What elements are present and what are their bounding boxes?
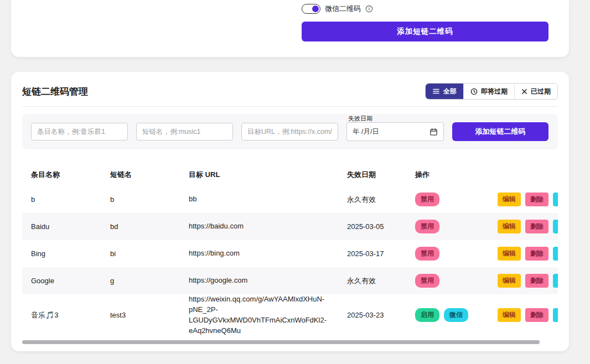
delete-button[interactable]: 删除 [525, 247, 548, 261]
toggle-status-button[interactable]: 禁用 [415, 193, 439, 206]
delete-button[interactable]: 删除 [525, 220, 548, 233]
add-shortlink-qr-button[interactable]: 添加短链二维码 [302, 22, 548, 41]
expiry-date-input[interactable]: 失效日期 年 /月/日 [346, 122, 444, 141]
wechat-toggle-row: 微信二维码 [302, 3, 548, 14]
table-row: bbbb永久有效禁用编辑删除二维码 [22, 186, 558, 213]
entry-name-cell: Google [22, 277, 101, 285]
wechat-qr-toggle-label: 微信二维码 [325, 4, 361, 14]
delete-button[interactable]: 删除 [525, 308, 548, 322]
manager-header: 短链二维码管理 全部即将过期已过期 [22, 72, 558, 106]
status-cell: 禁用 [406, 193, 489, 206]
expiry-date-cell: 2025-03-23 [338, 311, 406, 319]
scrollbar-track [22, 340, 558, 345]
filter-bar: 失效日期 年 /月/日 添加短链二维码 [22, 114, 558, 149]
qrcode-button[interactable]: 二维码 [553, 193, 558, 206]
status-cell: 禁用 [406, 247, 489, 261]
qrcode-button[interactable]: 二维码 [553, 274, 558, 288]
entry-name-cell: Baidu [22, 222, 101, 231]
target-url-cell: https://baidu.com [180, 221, 338, 232]
clock-icon [470, 88, 478, 95]
entry-name-input[interactable] [31, 123, 128, 141]
delete-button[interactable]: 删除 [525, 193, 548, 206]
entry-name-cell: 音乐🎵3 [22, 310, 101, 320]
status-cell: 禁用 [406, 274, 489, 288]
shortlink-table: 条目名称短链名目标 URL失效日期操作bbbb永久有效禁用编辑删除二维码Baid… [22, 164, 558, 336]
column-header: 失效日期 [338, 170, 406, 180]
target-url-cell: https://weixin.qq.com/g/AwYAAMlxdXHuN-pN… [180, 294, 338, 336]
tab-expired[interactable]: 已过期 [514, 84, 557, 99]
wechat-qr-toggle[interactable] [302, 4, 320, 14]
tab-expiring[interactable]: 即将过期 [463, 84, 514, 99]
url-text: https://bing.com [189, 248, 333, 259]
expiry-date-value: 年 /月/日 [353, 127, 379, 137]
target-url-cell: bb [180, 194, 338, 205]
expiry-date-cell: 2025-03-05 [338, 222, 406, 231]
wechat-tag: 微信 [444, 308, 468, 322]
actions-cell: 编辑删除二维码 [489, 274, 558, 288]
short-name-input[interactable] [136, 123, 233, 141]
url-text: https://weixin.qq.com/g/AwYAAMlxdXHuN-pN… [189, 294, 333, 336]
edit-button[interactable]: 编辑 [498, 193, 521, 206]
entry-name-cell: b [22, 195, 101, 204]
table-header-row: 条目名称短链名目标 URL失效日期操作 [22, 164, 558, 186]
short-name-cell: bi [101, 249, 180, 258]
toggle-status-button[interactable]: 启用 [415, 308, 439, 322]
actions-cell: 编辑删除二维码 [489, 193, 558, 206]
list-icon [432, 87, 440, 95]
delete-button[interactable]: 删除 [525, 274, 548, 288]
horizontal-scrollbar-thumb[interactable] [22, 340, 540, 344]
toggle-status-button[interactable]: 禁用 [415, 274, 439, 288]
toggle-status-button[interactable]: 禁用 [415, 220, 439, 233]
toggle-knob [312, 6, 319, 12]
column-header: 操作 [406, 170, 489, 180]
column-header: 条目名称 [22, 170, 101, 180]
short-name-cell: g [101, 277, 180, 285]
table-row: Googleghttps://google.com永久有效禁用编辑删除二维码 [22, 267, 558, 294]
filter-tab-group: 全部即将过期已过期 [425, 83, 558, 100]
status-cell: 启用微信 [406, 308, 489, 322]
tab-label: 已过期 [531, 87, 551, 96]
edit-button[interactable]: 编辑 [498, 220, 521, 233]
edit-button[interactable]: 编辑 [498, 274, 521, 288]
page-title: 短链二维码管理 [22, 85, 88, 98]
url-text: https://baidu.com [189, 221, 333, 232]
qrcode-button[interactable]: 二维码 [553, 308, 558, 322]
calendar-icon[interactable] [429, 128, 438, 136]
divider [22, 106, 558, 107]
column-header: 短链名 [101, 170, 180, 180]
short-name-cell: test3 [101, 311, 180, 319]
actions-cell: 编辑删除二维码 [489, 308, 558, 322]
tab-all[interactable]: 全部 [426, 84, 463, 99]
manager-card: 短链二维码管理 全部即将过期已过期 失效日期 年 /月/日 添加短链二维码 条目… [11, 72, 569, 351]
short-name-cell: bd [101, 222, 180, 231]
expiry-date-cell: 永久有效 [338, 276, 406, 286]
close-icon [521, 89, 527, 95]
table-scroll-area[interactable]: 条目名称短链名目标 URL失效日期操作bbbb永久有效禁用编辑删除二维码Baid… [22, 164, 558, 336]
add-shortlink-qr-button-secondary[interactable]: 添加短链二维码 [452, 122, 548, 141]
toggle-status-button[interactable]: 禁用 [415, 247, 439, 261]
status-cell: 禁用 [406, 220, 489, 233]
table-row: 音乐🎵3test3https://weixin.qq.com/g/AwYAAMl… [22, 294, 558, 336]
short-name-cell: b [101, 195, 180, 204]
target-url-input[interactable] [241, 123, 338, 141]
column-header: 目标 URL [180, 170, 338, 180]
actions-cell: 编辑删除二维码 [489, 247, 558, 261]
tab-label: 全部 [443, 87, 457, 96]
qrcode-button[interactable]: 二维码 [553, 247, 558, 261]
target-url-cell: https://bing.com [180, 248, 338, 259]
expiry-date-cell: 永久有效 [338, 195, 406, 205]
edit-button[interactable]: 编辑 [498, 247, 521, 261]
info-icon[interactable] [365, 5, 373, 13]
url-text: bb [189, 194, 333, 205]
create-card: 微信二维码 添加短链二维码 [11, 0, 569, 57]
actions-cell: 编辑删除二维码 [489, 220, 558, 233]
expiry-date-label: 失效日期 [348, 115, 372, 123]
entry-name-cell: Bing [22, 249, 101, 258]
table-row: Baidubdhttps://baidu.com2025-03-05禁用编辑删除… [22, 213, 558, 240]
qrcode-button[interactable]: 二维码 [553, 220, 558, 233]
url-text: https://google.com [189, 275, 333, 286]
tab-label: 即将过期 [481, 87, 508, 96]
create-card-controls: 微信二维码 添加短链二维码 [302, 3, 548, 41]
expiry-date-cell: 2025-03-17 [338, 249, 406, 258]
edit-button[interactable]: 编辑 [498, 308, 521, 322]
